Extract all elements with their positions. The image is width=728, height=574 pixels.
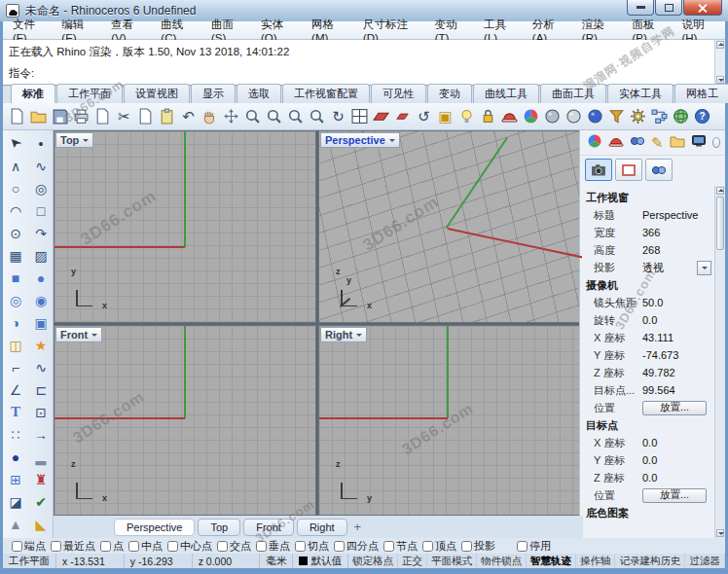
copy-icon[interactable] <box>135 106 156 127</box>
gumball-toggle[interactable]: 操作轴 <box>576 554 616 568</box>
viewport-front-label[interactable]: Front <box>55 327 102 342</box>
viewport-tab-icon[interactable] <box>630 133 645 152</box>
target-y-field[interactable]: 0.0 <box>642 454 714 466</box>
ground-plane-icon[interactable]: ▂ <box>28 446 54 468</box>
tab-top[interactable]: Top <box>198 519 240 536</box>
osnap-disable[interactable]: 停用 <box>517 539 551 554</box>
command-scrollbar[interactable] <box>714 40 725 85</box>
boolean-union-icon[interactable]: ◫ <box>3 334 28 356</box>
properties-tab-icon[interactable] <box>587 133 602 152</box>
viewport-perspective-label[interactable]: Perspective <box>320 132 400 148</box>
render-preview-icon[interactable]: ● <box>3 446 28 468</box>
osnap-quadrant-checkbox[interactable] <box>334 541 345 552</box>
help-icon[interactable] <box>692 106 712 127</box>
extrude-icon[interactable]: → <box>28 423 54 446</box>
scroll-up-icon[interactable] <box>716 187 724 195</box>
point-icon[interactable]: • <box>28 132 54 155</box>
toolbar-tab-transform[interactable]: 变动 <box>427 84 472 103</box>
camera-place-button[interactable]: 放置... <box>642 401 707 415</box>
rendered-view-icon[interactable] <box>585 106 605 127</box>
toolbar-tab-standard[interactable]: 标准 <box>11 84 55 103</box>
viewport-front[interactable]: Front z x <box>54 325 316 516</box>
sweep-surface-icon[interactable]: ▨ <box>28 244 54 267</box>
paste-icon[interactable] <box>157 106 177 127</box>
select-arrow-icon[interactable]: ➤ <box>3 132 28 155</box>
spotlight-icon[interactable]: ♜ <box>28 468 54 490</box>
grid-snap-toggle[interactable]: 锁定格点 <box>348 554 398 568</box>
toolbar-tab-mesh-tools[interactable]: 网格工 <box>674 84 728 103</box>
tab-perspective[interactable]: Perspective <box>114 519 195 536</box>
notes-tab-icon[interactable]: ✎ <box>651 135 664 150</box>
projection-dropdown-button[interactable] <box>697 261 711 275</box>
display-mode-icon[interactable] <box>499 106 520 127</box>
zoom-selected-icon[interactable] <box>307 106 327 127</box>
pan-icon[interactable] <box>200 106 220 127</box>
planar-toggle[interactable]: 平面模式 <box>427 554 477 568</box>
shaded-view-icon[interactable] <box>542 106 563 127</box>
monitor-tab-icon[interactable] <box>691 133 707 152</box>
render-globe-icon[interactable] <box>671 106 691 127</box>
edit-points-icon[interactable]: ⊡ <box>28 401 54 423</box>
command-prompt-input[interactable]: 指令: <box>9 66 34 81</box>
copy-objects-icon[interactable]: ◪ <box>3 490 28 513</box>
restore-button[interactable] <box>655 0 682 16</box>
print-icon[interactable] <box>71 106 91 127</box>
cplane-world-icon[interactable] <box>392 106 413 127</box>
osnap-knot-checkbox[interactable] <box>383 541 394 552</box>
sphere-icon[interactable]: ● <box>28 267 54 289</box>
undo-view-icon[interactable]: ↺ <box>414 106 434 127</box>
cone-icon[interactable]: ▲ <box>3 513 28 535</box>
add-viewport-tab-button[interactable]: + <box>350 520 366 534</box>
display-tab-icon[interactable] <box>608 133 624 152</box>
target-place-button[interactable]: 放置... <box>642 488 707 503</box>
rotation-field[interactable]: 0.0 <box>642 314 714 326</box>
panel-menu-button[interactable] <box>712 137 720 148</box>
polyline-icon[interactable]: ∧ <box>3 155 28 177</box>
osnap-near[interactable]: 最近点 <box>51 539 95 554</box>
viewport-right-label[interactable]: Right <box>320 327 367 342</box>
units-pane[interactable]: 毫米 <box>260 554 293 568</box>
close-button[interactable] <box>683 0 722 16</box>
viewport-right[interactable]: Right z y <box>318 325 583 516</box>
target-x-field[interactable]: 0.0 <box>642 437 714 448</box>
osnap-perpendicular-checkbox[interactable] <box>256 541 267 552</box>
new-file-icon[interactable] <box>7 106 27 127</box>
fillet-corner-icon[interactable]: ⌐ <box>3 356 28 378</box>
camera-y-field[interactable]: -74.673 <box>642 349 714 361</box>
osnap-end[interactable]: 端点 <box>12 539 46 554</box>
control-point-curve-icon[interactable]: ∿ <box>28 155 54 177</box>
options-gear-icon[interactable] <box>628 106 648 127</box>
filter-icon[interactable] <box>606 106 627 127</box>
osnap-point[interactable]: 点 <box>100 539 124 554</box>
scroll-down-icon[interactable] <box>716 529 724 537</box>
osnap-tangent-checkbox[interactable] <box>295 541 306 552</box>
walkabout-button[interactable] <box>645 159 673 181</box>
target-distance-field[interactable]: 99.564 <box>642 384 714 396</box>
scroll-up-icon[interactable] <box>716 41 724 49</box>
osnap-perpendicular[interactable]: 垂点 <box>256 539 290 554</box>
osnap-quadrant[interactable]: 四分点 <box>334 539 379 554</box>
toolbar-tab-curve-tools[interactable]: 曲线工具 <box>473 84 539 103</box>
osnap-vertex[interactable]: 顶点 <box>422 539 456 554</box>
named-view-icon[interactable]: ▣ <box>435 106 455 127</box>
save-icon[interactable] <box>50 106 70 127</box>
osnap-intersection[interactable]: 交点 <box>217 539 251 554</box>
camera-x-field[interactable]: 43.111 <box>642 332 714 343</box>
files-tab-icon[interactable] <box>670 133 685 152</box>
ortho-toggle[interactable]: 正交 <box>398 554 427 568</box>
cplane-icon[interactable] <box>371 106 391 127</box>
osnap-vertex-checkbox[interactable] <box>422 541 433 552</box>
toolbar-tab-viewport-layout[interactable]: 工作视窗配置 <box>282 84 370 103</box>
select-check-icon[interactable]: ✔ <box>28 490 54 513</box>
zoom-window-icon[interactable] <box>264 106 284 127</box>
arc-icon[interactable]: ◠ <box>3 199 28 222</box>
lens-length-field[interactable]: 50.0 <box>642 297 714 308</box>
osnap-near-checkbox[interactable] <box>51 541 61 552</box>
osnap-mid-checkbox[interactable] <box>128 541 139 552</box>
chamfer-icon[interactable]: ∠ <box>3 378 28 401</box>
zoom-dynamic-icon[interactable] <box>285 106 306 127</box>
surface-icon[interactable]: ▦ <box>3 244 28 267</box>
explode-icon[interactable]: ★ <box>28 334 54 356</box>
array-icon[interactable]: ∷ <box>3 423 28 446</box>
smarttrack-toggle[interactable]: 智慧轨迹 <box>527 554 576 568</box>
